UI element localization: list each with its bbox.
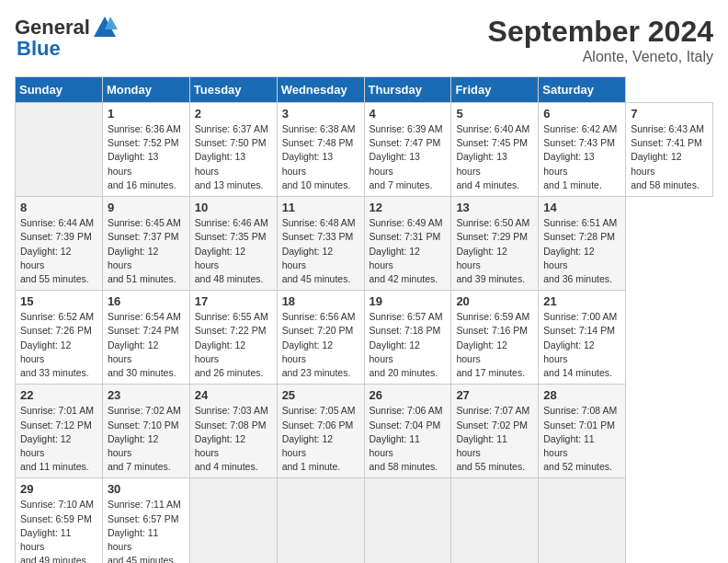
- calendar-cell: [451, 478, 539, 563]
- day-number: 30: [108, 482, 185, 496]
- calendar-cell: 23Sunrise: 7:02 AM Sunset: 7:10 PM Dayli…: [102, 385, 189, 478]
- day-header: Saturday: [539, 77, 626, 103]
- day-number: 1: [108, 107, 185, 121]
- day-header: Sunday: [16, 77, 103, 103]
- calendar-cell: [189, 478, 277, 563]
- day-number: 21: [543, 294, 620, 308]
- calendar-week-row: 29Sunrise: 7:10 AM Sunset: 6:59 PM Dayli…: [16, 478, 713, 563]
- day-info: Sunrise: 6:45 AM Sunset: 7:37 PM Dayligh…: [108, 217, 181, 284]
- day-info: Sunrise: 6:40 AM Sunset: 7:45 PM Dayligh…: [456, 123, 529, 190]
- day-number: 27: [456, 388, 533, 402]
- calendar-cell: 25Sunrise: 7:05 AM Sunset: 7:06 PM Dayli…: [277, 385, 364, 478]
- calendar-cell: 17Sunrise: 6:55 AM Sunset: 7:22 PM Dayli…: [189, 291, 277, 385]
- calendar-cell: 7Sunrise: 6:43 AM Sunset: 7:41 PM Daylig…: [626, 103, 713, 197]
- day-info: Sunrise: 6:49 AM Sunset: 7:31 PM Dayligh…: [370, 217, 443, 284]
- day-info: Sunrise: 6:38 AM Sunset: 7:48 PM Dayligh…: [282, 123, 356, 190]
- calendar-cell: 8Sunrise: 6:44 AM Sunset: 7:39 PM Daylig…: [16, 197, 103, 291]
- calendar-table: SundayMondayTuesdayWednesdayThursdayFrid…: [15, 76, 713, 563]
- day-number: 18: [282, 294, 359, 308]
- location-subtitle: Alonte, Veneto, Italy: [488, 49, 713, 65]
- calendar-cell: [277, 478, 364, 563]
- day-header: Thursday: [364, 77, 451, 103]
- calendar-week-row: 15Sunrise: 6:52 AM Sunset: 7:26 PM Dayli…: [16, 291, 713, 385]
- day-number: 12: [370, 201, 447, 214]
- calendar-cell: 28Sunrise: 7:08 AM Sunset: 7:01 PM Dayli…: [539, 385, 626, 478]
- day-info: Sunrise: 6:55 AM Sunset: 7:22 PM Dayligh…: [195, 311, 268, 378]
- day-number: 7: [631, 107, 708, 121]
- logo-blue: Blue: [17, 37, 61, 61]
- day-number: 10: [195, 201, 272, 214]
- day-number: 25: [282, 388, 359, 402]
- calendar-cell: 16Sunrise: 6:54 AM Sunset: 7:24 PM Dayli…: [102, 291, 189, 385]
- day-info: Sunrise: 6:36 AM Sunset: 7:52 PM Dayligh…: [108, 123, 181, 190]
- day-info: Sunrise: 7:05 AM Sunset: 7:06 PM Dayligh…: [282, 405, 356, 472]
- calendar-header-row: SundayMondayTuesdayWednesdayThursdayFrid…: [16, 77, 713, 103]
- day-info: Sunrise: 6:50 AM Sunset: 7:29 PM Dayligh…: [456, 217, 529, 284]
- calendar-cell: 10Sunrise: 6:46 AM Sunset: 7:35 PM Dayli…: [189, 197, 277, 291]
- day-info: Sunrise: 6:48 AM Sunset: 7:33 PM Dayligh…: [282, 217, 356, 284]
- day-number: 3: [282, 107, 359, 121]
- calendar-cell: [539, 478, 626, 563]
- calendar-week-row: 1Sunrise: 6:36 AM Sunset: 7:52 PM Daylig…: [16, 103, 713, 197]
- day-info: Sunrise: 7:07 AM Sunset: 7:02 PM Dayligh…: [456, 405, 529, 472]
- calendar-cell: 14Sunrise: 6:51 AM Sunset: 7:28 PM Dayli…: [539, 197, 626, 291]
- month-title: September 2024: [488, 15, 713, 49]
- calendar-cell: 29Sunrise: 7:10 AM Sunset: 6:59 PM Dayli…: [16, 478, 103, 563]
- day-info: Sunrise: 6:42 AM Sunset: 7:43 PM Dayligh…: [543, 123, 617, 190]
- day-info: Sunrise: 7:01 AM Sunset: 7:12 PM Dayligh…: [20, 405, 94, 472]
- logo: General Blue: [15, 15, 118, 61]
- day-info: Sunrise: 6:51 AM Sunset: 7:28 PM Dayligh…: [543, 217, 617, 284]
- day-number: 8: [20, 201, 97, 214]
- calendar-cell: 13Sunrise: 6:50 AM Sunset: 7:29 PM Dayli…: [451, 197, 539, 291]
- day-info: Sunrise: 6:59 AM Sunset: 7:16 PM Dayligh…: [456, 311, 529, 378]
- calendar-cell: 3Sunrise: 6:38 AM Sunset: 7:48 PM Daylig…: [277, 103, 364, 197]
- calendar-cell: 11Sunrise: 6:48 AM Sunset: 7:33 PM Dayli…: [277, 197, 364, 291]
- calendar-cell: 18Sunrise: 6:56 AM Sunset: 7:20 PM Dayli…: [277, 291, 364, 385]
- day-number: 23: [108, 388, 185, 402]
- calendar-cell: 1Sunrise: 6:36 AM Sunset: 7:52 PM Daylig…: [102, 103, 189, 197]
- calendar-cell: 9Sunrise: 6:45 AM Sunset: 7:37 PM Daylig…: [102, 197, 189, 291]
- calendar-week-row: 22Sunrise: 7:01 AM Sunset: 7:12 PM Dayli…: [16, 385, 713, 478]
- day-info: Sunrise: 6:46 AM Sunset: 7:35 PM Dayligh…: [195, 217, 268, 284]
- day-number: 6: [543, 107, 620, 121]
- title-block: September 2024 Alonte, Veneto, Italy: [488, 15, 713, 65]
- calendar-cell: 6Sunrise: 6:42 AM Sunset: 7:43 PM Daylig…: [539, 103, 626, 197]
- day-number: 15: [20, 294, 97, 308]
- day-info: Sunrise: 6:43 AM Sunset: 7:41 PM Dayligh…: [631, 123, 704, 190]
- day-info: Sunrise: 7:08 AM Sunset: 7:01 PM Dayligh…: [543, 405, 617, 472]
- calendar-cell: 30Sunrise: 7:11 AM Sunset: 6:57 PM Dayli…: [102, 478, 189, 563]
- calendar-cell: 15Sunrise: 6:52 AM Sunset: 7:26 PM Dayli…: [16, 291, 103, 385]
- day-number: 17: [195, 294, 272, 308]
- empty-cell: [16, 103, 103, 197]
- day-info: Sunrise: 6:52 AM Sunset: 7:26 PM Dayligh…: [20, 311, 94, 378]
- day-info: Sunrise: 6:56 AM Sunset: 7:20 PM Dayligh…: [282, 311, 356, 378]
- day-number: 22: [20, 388, 97, 402]
- calendar-cell: [364, 478, 451, 563]
- day-header: Tuesday: [189, 77, 277, 103]
- calendar-cell: 24Sunrise: 7:03 AM Sunset: 7:08 PM Dayli…: [189, 385, 277, 478]
- day-info: Sunrise: 6:44 AM Sunset: 7:39 PM Dayligh…: [20, 217, 94, 284]
- calendar-cell: 20Sunrise: 6:59 AM Sunset: 7:16 PM Dayli…: [451, 291, 539, 385]
- day-number: 24: [195, 388, 272, 402]
- day-header: Monday: [102, 77, 189, 103]
- calendar-cell: 4Sunrise: 6:39 AM Sunset: 7:47 PM Daylig…: [364, 103, 451, 197]
- day-info: Sunrise: 7:00 AM Sunset: 7:14 PM Dayligh…: [543, 311, 617, 378]
- day-number: 5: [456, 107, 533, 121]
- logo-general: General: [15, 17, 90, 38]
- day-number: 16: [108, 294, 185, 308]
- day-number: 28: [543, 388, 620, 402]
- calendar-cell: 2Sunrise: 6:37 AM Sunset: 7:50 PM Daylig…: [189, 103, 277, 197]
- day-info: Sunrise: 6:39 AM Sunset: 7:47 PM Dayligh…: [370, 123, 443, 190]
- day-info: Sunrise: 7:06 AM Sunset: 7:04 PM Dayligh…: [370, 405, 443, 472]
- day-number: 26: [370, 388, 447, 402]
- day-info: Sunrise: 7:03 AM Sunset: 7:08 PM Dayligh…: [195, 405, 268, 472]
- calendar-cell: 22Sunrise: 7:01 AM Sunset: 7:12 PM Dayli…: [16, 385, 103, 478]
- day-info: Sunrise: 6:54 AM Sunset: 7:24 PM Dayligh…: [108, 311, 181, 378]
- calendar-cell: 26Sunrise: 7:06 AM Sunset: 7:04 PM Dayli…: [364, 385, 451, 478]
- day-number: 9: [108, 201, 185, 214]
- day-number: 14: [543, 201, 620, 214]
- day-info: Sunrise: 7:02 AM Sunset: 7:10 PM Dayligh…: [108, 405, 181, 472]
- calendar-cell: 19Sunrise: 6:57 AM Sunset: 7:18 PM Dayli…: [364, 291, 451, 385]
- day-number: 4: [370, 107, 447, 121]
- day-header: Friday: [451, 77, 539, 103]
